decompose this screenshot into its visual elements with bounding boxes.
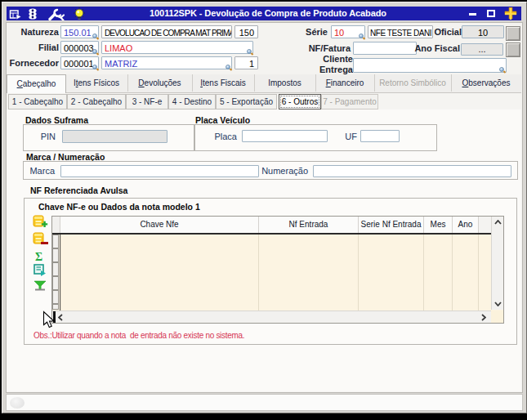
svg-text:Σ: Σ [35,251,42,263]
